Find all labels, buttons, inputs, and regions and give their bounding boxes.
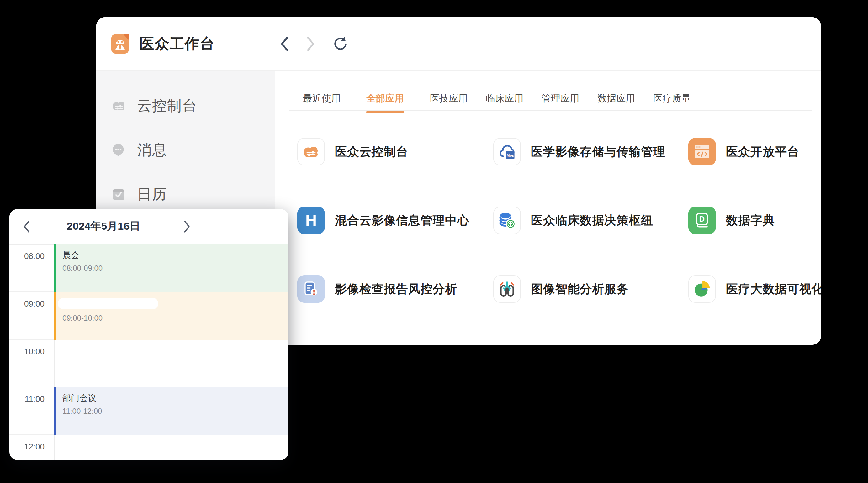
time-label: 11:00	[9, 387, 54, 435]
tab-data[interactable]: 数据应用	[597, 92, 635, 105]
half-hour-gridline	[9, 363, 288, 364]
event-title: 部门会议	[62, 392, 288, 404]
event-department-meeting[interactable]: 部门会议 11:00-12:00	[54, 387, 288, 435]
calendar-date-title: 2024年5月16日	[57, 219, 151, 233]
app-cloud-console[interactable]: 医众云控制台	[297, 138, 408, 165]
event-time: 11:00-12:00	[62, 407, 288, 416]
tab-all-apps[interactable]: 全部应用	[366, 92, 404, 105]
refresh-button[interactable]	[332, 36, 348, 52]
tab-medtech[interactable]: 医技应用	[430, 92, 468, 105]
event-time: 08:00-09:00	[62, 264, 288, 273]
svg-text:D: D	[699, 215, 705, 223]
app-label: 数据字典	[726, 213, 775, 228]
sidebar-item-label: 云控制台	[137, 96, 197, 116]
calendar-prev-button[interactable]	[23, 220, 31, 233]
mos-cloud-icon: Mos	[493, 138, 521, 165]
window-header: 医众工作台	[96, 17, 821, 71]
app-label: 医众临床数据决策枢纽	[531, 213, 653, 228]
time-label: 12:00	[9, 435, 54, 460]
app-bigdata-visualization[interactable]: 医疗大数据可视化	[688, 275, 821, 303]
refresh-icon	[332, 36, 348, 52]
app-hybrid-cloud-center[interactable]: H 混合云影像信息管理中心	[297, 206, 469, 234]
data-dictionary-book-icon: D	[688, 206, 716, 234]
app-label: 混合云影像信息管理中心	[335, 213, 469, 228]
report-risk-alert-icon	[297, 275, 325, 303]
cloud-settings-icon	[111, 98, 126, 114]
back-chevron-icon	[279, 36, 289, 52]
screenshot-background: 医众工作台	[0, 0, 868, 483]
app-data-dictionary[interactable]: D 数据字典	[688, 206, 775, 234]
app-image-ai-analysis[interactable]: 图像智能分析服务	[493, 275, 629, 303]
app-image-storage[interactable]: Mos 医学影像存储与传输管理	[493, 138, 665, 165]
tab-clinical[interactable]: 临床应用	[486, 92, 523, 105]
chevron-right-icon	[183, 220, 191, 233]
app-label: 图像智能分析服务	[531, 281, 629, 297]
sidebar-item-calendar[interactable]: 日历	[96, 185, 275, 204]
chevron-left-icon	[23, 220, 31, 233]
window-title: 医众工作台	[140, 34, 215, 54]
tab-management[interactable]: 管理应用	[541, 92, 579, 105]
redacted-title-placeholder	[58, 298, 158, 309]
tab-quality[interactable]: 医疗质量	[653, 92, 691, 105]
tab-bar: 最近使用 全部应用 医技应用 临床应用 管理应用 数据应用 医疗质量	[303, 92, 691, 105]
message-bubble-icon	[111, 142, 126, 158]
forward-chevron-icon	[306, 36, 316, 52]
calendar-header: 2024年5月16日	[9, 209, 288, 245]
lungs-analysis-icon	[493, 275, 521, 303]
time-label: 09:00	[9, 292, 54, 340]
calendar-check-icon	[111, 187, 126, 202]
event-morning-meeting[interactable]: 晨会 08:00-09:00	[54, 245, 288, 292]
sidebar-item-cloud-console[interactable]: 云控制台	[96, 97, 275, 115]
open-platform-code-icon	[688, 138, 716, 165]
pie-chart-icon	[688, 275, 716, 303]
event-time: 09:00-10:00	[62, 314, 288, 323]
clinical-database-icon	[493, 206, 521, 234]
svg-text:Mos: Mos	[506, 153, 514, 157]
cloud-console-icon	[297, 138, 325, 165]
forward-button[interactable]	[306, 36, 316, 52]
hybrid-cloud-h-icon: H	[297, 206, 325, 234]
event-redacted[interactable]: 09:00-10:00	[54, 292, 288, 340]
app-report-risk-analysis[interactable]: 影像检查报告风控分析	[297, 275, 457, 303]
calendar-grid: 08:00 09:00 10:00 11:00 12:00 晨会 08:00-0…	[9, 245, 288, 460]
time-label: 08:00	[9, 245, 54, 292]
tab-recent[interactable]: 最近使用	[303, 92, 341, 105]
app-label: 医疗大数据可视化	[726, 281, 821, 297]
app-logo-icon	[111, 34, 129, 54]
window-nav	[279, 17, 348, 70]
tab-divider	[289, 110, 812, 111]
sidebar-item-label: 消息	[137, 140, 167, 160]
app-label: 医众云控制台	[335, 144, 408, 160]
app-open-platform[interactable]: 医众开放平台	[688, 138, 799, 165]
calendar-next-button[interactable]	[183, 220, 191, 233]
back-button[interactable]	[279, 36, 289, 52]
app-clinical-data-hub[interactable]: 医众临床数据决策枢纽	[493, 206, 653, 234]
app-label: 医学影像存储与传输管理	[531, 144, 665, 160]
sidebar-item-label: 日历	[137, 185, 167, 204]
sidebar-item-messages[interactable]: 消息	[96, 141, 275, 160]
app-label: 医众开放平台	[726, 144, 799, 160]
main-content: 最近使用 全部应用 医技应用 临床应用 管理应用 数据应用 医疗质量	[275, 71, 821, 345]
calendar-panel: 2024年5月16日 08:00 09:00 10:00 11:00 12:00…	[9, 209, 288, 460]
app-label: 影像检查报告风控分析	[335, 281, 457, 297]
event-title: 晨会	[62, 250, 288, 261]
